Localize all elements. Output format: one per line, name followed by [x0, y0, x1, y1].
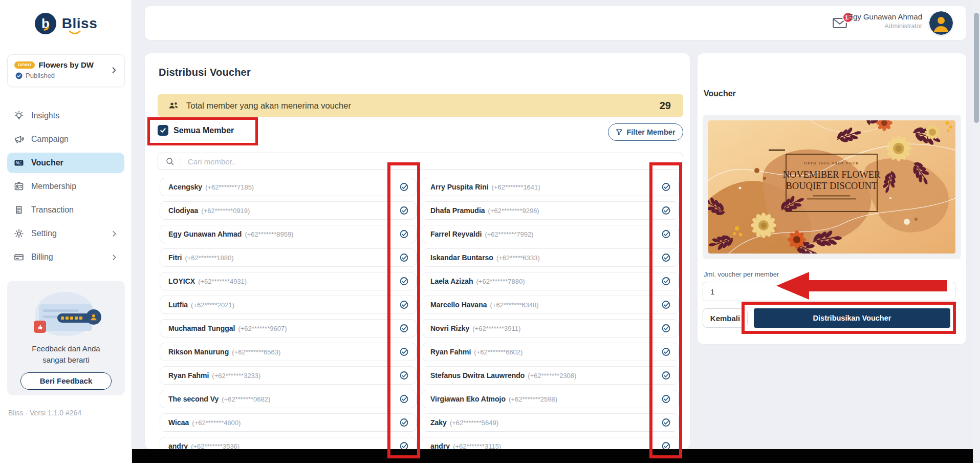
id-card-icon [14, 181, 24, 192]
member-phone: (+62*******2308) [528, 372, 576, 380]
member-name: Farrel Reyvaldi [430, 230, 482, 238]
member-name: Lutfia [168, 301, 188, 309]
member-row[interactable]: LOYICX (+62*******4931) [160, 272, 417, 290]
member-phone: (+62*******7992) [485, 230, 533, 238]
top-header: 12 Egy Gunawan Ahmad Administrator [145, 6, 966, 40]
svg-text:UPTO 100% SHOP YOUR: UPTO 100% SHOP YOUR [804, 161, 859, 165]
member-row[interactable]: Clodiyaa (+62*******0919) [160, 201, 417, 220]
user-info[interactable]: Egy Gunawan Ahmad Administrator [848, 12, 922, 30]
member-name: The second Vy [168, 395, 219, 403]
member-row[interactable]: Marcello Havana (+62*******6348) [422, 296, 679, 314]
qty-per-member-label: Jml. voucher per member [704, 270, 779, 278]
sidebar: b Bliss DEMO Flowers by DW Published [0, 0, 132, 463]
bliss-logo-icon: b [34, 12, 57, 35]
demo-badge: DEMO [14, 61, 35, 69]
search-input[interactable] [188, 157, 683, 166]
member-row[interactable]: Wicaa (+62*******4800) [160, 413, 417, 432]
sidebar-item-setting[interactable]: Setting [7, 223, 124, 244]
member-selected-check-icon [661, 300, 671, 310]
sidebar-item-label: Membership [31, 182, 76, 191]
select-all-checkbox[interactable] [158, 125, 168, 136]
member-selected-check-icon [399, 253, 409, 263]
sidebar-item-transaction[interactable]: Transaction [7, 200, 124, 220]
gear-icon [14, 228, 24, 239]
member-row[interactable]: Stefanus Dwitra Lauwrendo (+62*******230… [422, 366, 679, 385]
sidebar-item-insights[interactable]: Insights [7, 106, 124, 126]
member-selected-check-icon [661, 253, 671, 263]
member-name: Zaky [430, 418, 447, 427]
member-selected-check-icon [661, 277, 671, 286]
member-row[interactable]: Lutfia (+62*****2021) [160, 296, 417, 314]
member-row[interactable]: Zaky (+62*******5649) [422, 413, 679, 432]
voucher-banner-illustration: UPTO 100% SHOP YOUR NOVEMIBER FLOWER BOU… [708, 120, 955, 254]
member-phone: (+62*******3115) [453, 443, 501, 450]
sidebar-item-billing[interactable]: Billing [7, 247, 124, 267]
user-name: Egy Gunawan Ahmad [848, 12, 922, 21]
total-member-banner: Total member yang akan menerima voucher … [158, 94, 683, 117]
sidebar-item-membership[interactable]: Membership [7, 176, 124, 197]
credit-card-icon [14, 252, 24, 262]
member-row[interactable]: Novri Rizky (+62*******3911) [422, 319, 679, 338]
member-search [158, 153, 683, 170]
store-selector-card[interactable]: DEMO Flowers by DW Published [7, 54, 125, 87]
bottom-black-bar [132, 449, 980, 463]
member-list-right: Arry Puspita Rini (+62*******1641) Dhafa… [422, 178, 679, 449]
distribution-panel: Distribusi Voucher Total member yang aka… [145, 53, 690, 449]
member-phone: (+62*******4800) [192, 419, 241, 427]
member-selected-check-icon [399, 371, 409, 381]
give-feedback-button[interactable]: Beri Feedback [20, 372, 112, 390]
member-row[interactable]: Iskandar Buntarso (+62*****6333) [422, 248, 679, 267]
voucher-image-container: UPTO 100% SHOP YOUR NOVEMIBER FLOWER BOU… [703, 115, 961, 259]
member-row[interactable]: Rikson Manurung (+62*******6563) [160, 343, 417, 361]
member-row[interactable]: Egy Gunawan Ahmad (+62*******8959) [160, 225, 417, 243]
member-selected-check-icon [399, 182, 409, 192]
member-phone: (+62*******6602) [474, 348, 522, 356]
member-row[interactable]: Ryan Fahmi (+62*******3233) [160, 366, 417, 385]
member-phone: (+62*******9607) [238, 325, 287, 332]
scrollbar-thumb[interactable] [974, 13, 979, 123]
sidebar-item-voucher[interactable]: % Voucher [7, 153, 124, 173]
member-phone: (+62*****6333) [496, 254, 540, 262]
member-name: andry [430, 442, 450, 449]
published-badge-icon [15, 72, 23, 79]
sidebar-item-campaign[interactable]: Campaign [7, 129, 124, 150]
member-row[interactable]: Muchamad Tunggal (+62*******9607) [160, 319, 417, 338]
member-phone: (+62*******5649) [450, 419, 498, 427]
member-name: Arry Puspita Rini [430, 183, 489, 191]
member-row[interactable]: Acengsky (+62*******7185) [160, 178, 417, 196]
page: b Bliss DEMO Flowers by DW Published [0, 0, 980, 463]
chevron-right-icon [111, 230, 118, 238]
member-row[interactable]: Farrel Reyvaldi (+62*******7992) [422, 225, 679, 243]
member-selected-check-icon [661, 394, 671, 404]
member-selected-check-icon [399, 418, 409, 428]
member-name: Muchamad Tunggal [168, 324, 235, 332]
chevron-right-icon [111, 254, 118, 261]
check-icon [160, 127, 166, 134]
member-name: Dhafa Pramudia [430, 206, 485, 215]
member-row[interactable]: Laela Azizah (+62*******7880) [422, 272, 679, 290]
member-phone: (+62*****2021) [191, 301, 234, 309]
voucher-heading: Voucher [704, 89, 736, 98]
notifications-button[interactable]: 12 [832, 16, 850, 32]
member-row[interactable]: Virgiawan Eko Atmojo (+62*******2598) [422, 390, 679, 408]
member-row[interactable]: Dhafa Pramudia (+62********9296) [422, 201, 679, 220]
user-avatar[interactable] [929, 11, 953, 35]
member-name: Novri Rizky [430, 324, 469, 332]
member-row[interactable]: Ryan Fahmi (+62*******6602) [422, 343, 679, 361]
member-selected-check-icon [661, 182, 671, 192]
member-row[interactable]: andry (+62*******3536) [160, 437, 417, 449]
feedback-illustration [28, 289, 104, 338]
member-phone: (+62*******6348) [490, 301, 539, 309]
voucher-ticket-icon: % [14, 158, 24, 168]
back-button[interactable]: Kembali [703, 308, 748, 328]
member-row[interactable]: andry (+62*******3115) [422, 437, 679, 449]
member-row[interactable]: Fitri (+62*******1880) [160, 248, 417, 267]
svg-text:NOVEMIBER FLOWER: NOVEMIBER FLOWER [783, 170, 881, 180]
distribute-voucher-button[interactable]: Distribusikan Voucher [754, 308, 950, 328]
member-selected-check-icon [399, 206, 409, 216]
member-selected-check-icon [399, 300, 409, 310]
qty-per-member-input[interactable] [703, 282, 955, 301]
member-row[interactable]: Arry Puspita Rini (+62*******1641) [422, 178, 679, 196]
member-row[interactable]: The second Vy (+62*******0682) [160, 390, 417, 408]
filter-member-button[interactable]: Filter Member [608, 123, 683, 141]
